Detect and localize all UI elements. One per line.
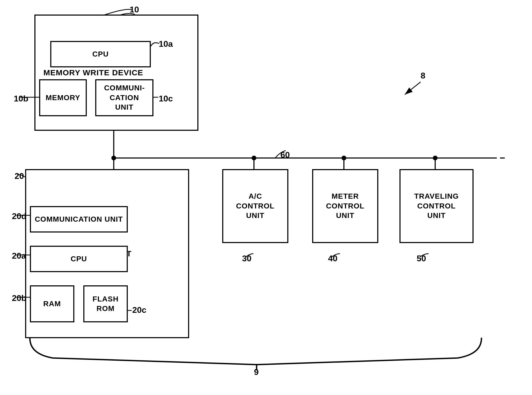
ref-20d: 20d bbox=[12, 211, 26, 221]
svg-point-7 bbox=[433, 156, 438, 160]
ac-control-box: A/CCONTROLUNIT bbox=[222, 169, 288, 243]
ecu-ram-label: RAM bbox=[43, 299, 61, 309]
ecu-cpu-label: CPU bbox=[71, 254, 87, 264]
diagram-container: MEMORY WRITE DEVICE CPU MEMORY COMMUNI­C… bbox=[0, 0, 532, 395]
ecu-cpu-box: CPU bbox=[30, 246, 128, 272]
mwd-cpu-box: CPU bbox=[50, 41, 151, 67]
mwd-title: MEMORY WRITE DEVICE bbox=[43, 68, 143, 77]
mwd-memory-label: MEMORY bbox=[46, 93, 80, 103]
ref-40: 40 bbox=[328, 254, 338, 263]
ecu-flash-box: FLASHROM bbox=[83, 285, 128, 322]
ref-10b: 10b bbox=[14, 94, 28, 104]
ref-20a: 20a bbox=[12, 251, 26, 261]
ac-label: A/CCONTROLUNIT bbox=[236, 192, 274, 220]
ecu-ram-box: RAM bbox=[30, 285, 74, 322]
mwd-memory-box: MEMORY bbox=[39, 79, 87, 116]
ecu-comm-box: COMMUNICATION UNIT bbox=[30, 206, 128, 233]
ref-20b: 20b bbox=[12, 293, 26, 303]
ref-9: 9 bbox=[254, 367, 259, 377]
svg-point-5 bbox=[252, 156, 256, 160]
ecu-flash-label: FLASHROM bbox=[93, 294, 119, 314]
svg-point-4 bbox=[111, 156, 116, 160]
meter-control-box: METERCONTROLUNIT bbox=[312, 169, 378, 243]
ref-10a: 10a bbox=[159, 39, 173, 49]
ref-8: 8 bbox=[421, 71, 425, 81]
ref-20: 20 bbox=[15, 171, 24, 181]
meter-label: METERCONTROLUNIT bbox=[326, 192, 364, 220]
svg-line-12 bbox=[405, 82, 421, 95]
ref-30: 30 bbox=[242, 254, 252, 263]
ref-20c: 20c bbox=[132, 305, 146, 315]
traveling-control-box: TRAVELINGCONTROLUNIT bbox=[399, 169, 474, 243]
mwd-cpu-label: CPU bbox=[92, 49, 109, 59]
ref-60: 60 bbox=[280, 150, 290, 160]
svg-point-6 bbox=[342, 156, 346, 160]
ref-10c: 10c bbox=[159, 94, 173, 104]
mwd-comm-label: COMMUNI­CATIONUNIT bbox=[96, 83, 152, 112]
ref-50: 50 bbox=[417, 254, 426, 263]
ref-10: 10 bbox=[130, 5, 139, 15]
mwd-comm-box: COMMUNI­CATIONUNIT bbox=[95, 79, 153, 116]
ecu-comm-label: COMMUNICATION UNIT bbox=[35, 215, 123, 224]
traveling-label: TRAVELINGCONTROLUNIT bbox=[414, 192, 459, 220]
